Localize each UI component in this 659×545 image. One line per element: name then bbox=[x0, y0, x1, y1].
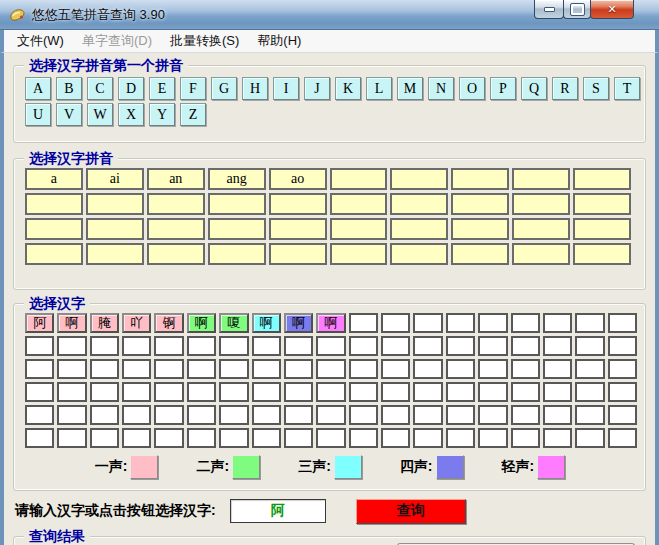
pinyin-letter-button-X[interactable]: X bbox=[118, 103, 144, 126]
hanzi-cell-empty bbox=[25, 428, 54, 448]
hanzi-button[interactable]: 腌 bbox=[90, 313, 119, 333]
pinyin-letter-button-Z[interactable]: Z bbox=[180, 103, 206, 126]
pinyin-letter-button-P[interactable]: P bbox=[490, 77, 516, 100]
hanzi-cell-empty bbox=[543, 382, 572, 402]
pinyin-letter-button-O[interactable]: O bbox=[459, 77, 485, 100]
hanzi-cell-empty bbox=[608, 382, 637, 402]
pinyin-letter-button-V[interactable]: V bbox=[56, 103, 82, 126]
hanzi-cell-empty bbox=[349, 405, 378, 425]
hanzi-cell-empty bbox=[608, 405, 637, 425]
hanzi-button[interactable]: 啊 bbox=[284, 313, 313, 333]
maximize-button[interactable] bbox=[563, 0, 591, 19]
pinyin-letter-button-Y[interactable]: Y bbox=[149, 103, 175, 126]
pinyin-button-ao[interactable]: ao bbox=[269, 168, 327, 190]
pinyin-cell-empty bbox=[451, 243, 509, 265]
pinyin-letter-button-J[interactable]: J bbox=[304, 77, 330, 100]
hanzi-cell-empty bbox=[543, 336, 572, 356]
pinyin-letter-button-G[interactable]: G bbox=[211, 77, 237, 100]
hanzi-cell-empty bbox=[575, 336, 604, 356]
pinyin-letter-button-M[interactable]: M bbox=[397, 77, 423, 100]
menu-item[interactable]: 帮助(H) bbox=[248, 30, 310, 52]
hanzi-cell-empty bbox=[543, 428, 572, 448]
hanzi-cell-empty bbox=[381, 359, 410, 379]
hanzi-cell-empty bbox=[381, 336, 410, 356]
pinyin-button-an[interactable]: an bbox=[147, 168, 205, 190]
letter-grid: ABCDEFGHIJKLMNOPQRSTUVWXYZ bbox=[25, 77, 645, 129]
hanzi-input[interactable] bbox=[230, 499, 326, 523]
pinyin-cell-empty bbox=[147, 218, 205, 240]
hanzi-cell-empty bbox=[575, 382, 604, 402]
pinyin-cell-empty bbox=[147, 193, 205, 215]
pinyin-letter-button-A[interactable]: A bbox=[25, 77, 51, 100]
hanzi-cell-empty bbox=[316, 405, 345, 425]
pinyin-button-ang[interactable]: ang bbox=[208, 168, 266, 190]
pinyin-cell-empty bbox=[86, 243, 144, 265]
hanzi-cell-empty bbox=[478, 336, 507, 356]
pinyin-letter-button-W[interactable]: W bbox=[87, 103, 113, 126]
hanzi-cell-empty bbox=[511, 359, 540, 379]
pinyin-letter-button-E[interactable]: E bbox=[149, 77, 175, 100]
hanzi-cell-empty bbox=[90, 382, 119, 402]
hanzi-cell-empty bbox=[413, 359, 442, 379]
legend-swatch-tone1 bbox=[130, 455, 158, 479]
hanzi-cell-empty bbox=[478, 313, 507, 333]
hanzi-button[interactable]: 吖 bbox=[122, 313, 151, 333]
hanzi-cell-empty bbox=[608, 313, 637, 333]
pinyin-letter-button-Q[interactable]: Q bbox=[521, 77, 547, 100]
hanzi-button[interactable]: 啊 bbox=[252, 313, 281, 333]
hanzi-cell-empty bbox=[511, 313, 540, 333]
pinyin-cell-empty bbox=[390, 218, 448, 240]
pinyin-letter-button-K[interactable]: K bbox=[335, 77, 361, 100]
pinyin-letter-button-D[interactable]: D bbox=[118, 77, 144, 100]
pinyin-letter-button-T[interactable]: T bbox=[614, 77, 640, 100]
pinyin-letter-button-F[interactable]: F bbox=[180, 77, 206, 100]
window-controls: ✕ bbox=[535, 0, 634, 19]
hanzi-cell-empty bbox=[57, 336, 86, 356]
hanzi-button[interactable]: 锕 bbox=[154, 313, 183, 333]
pinyin-letter-button-U[interactable]: U bbox=[25, 103, 51, 126]
legend-item: 二声: bbox=[196, 455, 260, 479]
legend-label: 三声: bbox=[298, 458, 331, 476]
hanzi-cell-empty bbox=[413, 405, 442, 425]
hanzi-button[interactable]: 啊 bbox=[57, 313, 86, 333]
hanzi-cell-empty bbox=[57, 359, 86, 379]
hanzi-cell-empty bbox=[446, 313, 475, 333]
hanzi-button[interactable]: 啊 bbox=[187, 313, 216, 333]
hanzi-button[interactable]: 啊 bbox=[316, 313, 345, 333]
pinyin-letter-button-I[interactable]: I bbox=[273, 77, 299, 100]
menu-item[interactable]: 批量转换(S) bbox=[161, 30, 248, 52]
minimize-button[interactable] bbox=[534, 0, 564, 19]
close-button[interactable]: ✕ bbox=[590, 0, 634, 19]
pinyin-cell-empty bbox=[86, 193, 144, 215]
hanzi-cell-empty bbox=[381, 428, 410, 448]
pinyin-letter-button-B[interactable]: B bbox=[56, 77, 82, 100]
pinyin-letter-button-L[interactable]: L bbox=[366, 77, 392, 100]
group-results: 查询结果 bbox=[13, 536, 646, 545]
hanzi-cell-empty bbox=[478, 428, 507, 448]
pinyin-letter-button-N[interactable]: N bbox=[428, 77, 454, 100]
pinyin-cell-empty bbox=[573, 193, 631, 215]
pinyin-cell-empty bbox=[573, 168, 631, 190]
pinyin-button-ai[interactable]: ai bbox=[86, 168, 144, 190]
pinyin-cell-empty bbox=[390, 193, 448, 215]
pinyin-cell-empty bbox=[512, 168, 570, 190]
group-hanzi: 选择汉字 阿啊腌吖锕啊嗄啊啊啊 一声:二声:三声:四声:轻声: bbox=[13, 303, 646, 491]
menu-item[interactable]: 文件(W) bbox=[8, 30, 73, 52]
group-first-pinyin: 选择汉字拼音第一个拼音 ABCDEFGHIJKLMNOPQRSTUVWXYZ bbox=[13, 65, 646, 143]
pinyin-button-a[interactable]: a bbox=[25, 168, 83, 190]
pinyin-letter-button-C[interactable]: C bbox=[87, 77, 113, 100]
pinyin-letter-button-S[interactable]: S bbox=[583, 77, 609, 100]
hanzi-cell-empty bbox=[446, 359, 475, 379]
pinyin-letter-button-R[interactable]: R bbox=[552, 77, 578, 100]
hanzi-button[interactable]: 嗄 bbox=[219, 313, 248, 333]
pinyin-letter-button-H[interactable]: H bbox=[242, 77, 268, 100]
query-button[interactable]: 查询 bbox=[356, 499, 466, 524]
pinyin-cell-empty bbox=[330, 193, 388, 215]
hanzi-cell-empty bbox=[90, 359, 119, 379]
pinyin-cell-empty bbox=[269, 218, 327, 240]
hanzi-cell-empty bbox=[284, 336, 313, 356]
hanzi-button[interactable]: 阿 bbox=[25, 313, 54, 333]
pinyin-cell-empty bbox=[330, 243, 388, 265]
group-hanzi-title: 选择汉字 bbox=[24, 294, 90, 312]
hanzi-cell-empty bbox=[122, 382, 151, 402]
